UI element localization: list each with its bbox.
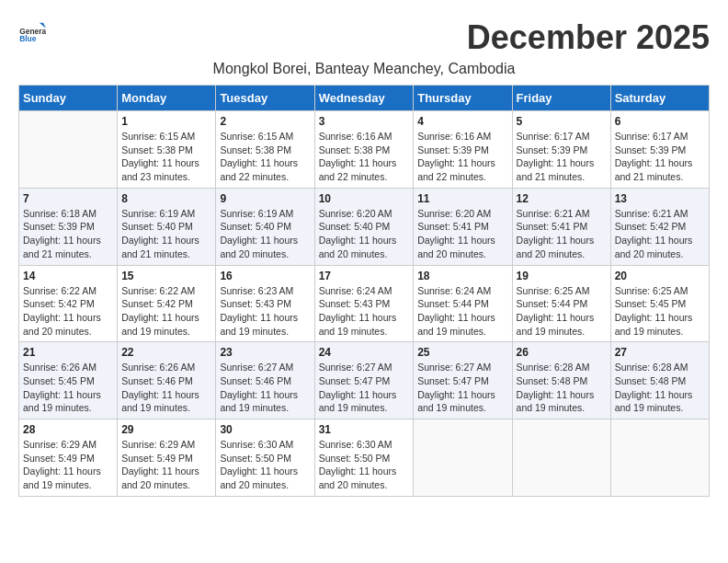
- day-info: Sunrise: 6:27 AMSunset: 5:46 PMDaylight:…: [220, 361, 310, 415]
- day-number: 13: [615, 192, 705, 205]
- day-number: 31: [319, 423, 410, 436]
- day-number: 28: [23, 423, 113, 436]
- day-number: 3: [319, 115, 410, 128]
- table-row: 5Sunrise: 6:17 AMSunset: 5:39 PMDaylight…: [512, 111, 610, 189]
- day-number: 21: [23, 346, 113, 359]
- day-number: 8: [121, 192, 211, 205]
- table-row: 7Sunrise: 6:18 AMSunset: 5:39 PMDaylight…: [19, 188, 118, 265]
- day-info: Sunrise: 6:30 AMSunset: 5:50 PMDaylight:…: [319, 438, 410, 492]
- day-number: 2: [220, 115, 310, 128]
- day-header-thursday: Thursday: [414, 86, 512, 111]
- table-row: 13Sunrise: 6:21 AMSunset: 5:42 PMDayligh…: [610, 188, 709, 265]
- day-info: Sunrise: 6:24 AMSunset: 5:43 PMDaylight:…: [319, 284, 410, 339]
- day-number: 9: [220, 192, 310, 205]
- day-info: Sunrise: 6:29 AMSunset: 5:49 PMDaylight:…: [121, 438, 211, 492]
- month-title: December 2025: [467, 18, 710, 57]
- day-info: Sunrise: 6:20 AMSunset: 5:40 PMDaylight:…: [319, 207, 410, 261]
- day-number: 27: [615, 346, 705, 359]
- day-number: 22: [121, 346, 211, 359]
- table-row: 11Sunrise: 6:20 AMSunset: 5:41 PMDayligh…: [414, 188, 512, 265]
- table-row: [610, 419, 709, 497]
- table-row: 29Sunrise: 6:29 AMSunset: 5:49 PMDayligh…: [118, 419, 216, 497]
- day-number: 18: [417, 270, 507, 282]
- day-header-saturday: Saturday: [610, 86, 709, 111]
- day-info: Sunrise: 6:15 AMSunset: 5:38 PMDaylight:…: [121, 130, 211, 184]
- day-info: Sunrise: 6:15 AMSunset: 5:38 PMDaylight:…: [220, 130, 310, 184]
- day-number: 17: [319, 270, 410, 282]
- day-number: 10: [319, 192, 410, 205]
- day-number: 15: [121, 270, 211, 282]
- table-row: 21Sunrise: 6:26 AMSunset: 5:45 PMDayligh…: [19, 342, 118, 419]
- table-row: 20Sunrise: 6:25 AMSunset: 5:45 PMDayligh…: [610, 265, 709, 342]
- table-row: 31Sunrise: 6:30 AMSunset: 5:50 PMDayligh…: [314, 419, 414, 497]
- table-row: [512, 419, 610, 497]
- day-info: Sunrise: 6:18 AMSunset: 5:39 PMDaylight:…: [23, 207, 113, 261]
- table-row: 17Sunrise: 6:24 AMSunset: 5:43 PMDayligh…: [314, 265, 414, 342]
- day-info: Sunrise: 6:16 AMSunset: 5:38 PMDaylight:…: [319, 130, 410, 184]
- day-header-tuesday: Tuesday: [216, 86, 314, 111]
- day-number: 29: [121, 423, 211, 436]
- table-row: 28Sunrise: 6:29 AMSunset: 5:49 PMDayligh…: [19, 419, 118, 497]
- table-row: 3Sunrise: 6:16 AMSunset: 5:38 PMDaylight…: [314, 111, 414, 189]
- table-row: 23Sunrise: 6:27 AMSunset: 5:46 PMDayligh…: [216, 342, 314, 419]
- day-number: 23: [220, 346, 310, 359]
- day-info: Sunrise: 6:20 AMSunset: 5:41 PMDaylight:…: [417, 207, 507, 261]
- day-number: 7: [23, 192, 113, 205]
- day-number: 30: [220, 423, 310, 436]
- day-header-sunday: Sunday: [19, 86, 118, 111]
- table-row: 2Sunrise: 6:15 AMSunset: 5:38 PMDaylight…: [216, 111, 314, 189]
- day-info: Sunrise: 6:28 AMSunset: 5:48 PMDaylight:…: [615, 361, 705, 415]
- table-row: 4Sunrise: 6:16 AMSunset: 5:39 PMDaylight…: [414, 111, 512, 189]
- day-info: Sunrise: 6:21 AMSunset: 5:42 PMDaylight:…: [615, 207, 705, 261]
- table-row: 30Sunrise: 6:30 AMSunset: 5:50 PMDayligh…: [216, 419, 314, 497]
- day-info: Sunrise: 6:22 AMSunset: 5:42 PMDaylight:…: [121, 284, 211, 339]
- day-number: 26: [517, 346, 607, 359]
- day-info: Sunrise: 6:29 AMSunset: 5:49 PMDaylight:…: [23, 438, 113, 492]
- day-info: Sunrise: 6:22 AMSunset: 5:42 PMDaylight:…: [23, 284, 113, 339]
- table-row: 27Sunrise: 6:28 AMSunset: 5:48 PMDayligh…: [610, 342, 709, 419]
- logo-icon: General Blue: [18, 18, 46, 46]
- table-row: 9Sunrise: 6:19 AMSunset: 5:40 PMDaylight…: [216, 188, 314, 265]
- day-number: 1: [121, 115, 211, 128]
- day-number: 25: [417, 346, 507, 359]
- table-row: 26Sunrise: 6:28 AMSunset: 5:48 PMDayligh…: [512, 342, 610, 419]
- svg-text:Blue: Blue: [19, 34, 37, 43]
- day-number: 24: [319, 346, 410, 359]
- table-row: [19, 111, 118, 189]
- day-number: 11: [417, 192, 507, 205]
- day-info: Sunrise: 6:19 AMSunset: 5:40 PMDaylight:…: [121, 207, 211, 261]
- table-row: 16Sunrise: 6:23 AMSunset: 5:43 PMDayligh…: [216, 265, 314, 342]
- table-row: 25Sunrise: 6:27 AMSunset: 5:47 PMDayligh…: [414, 342, 512, 419]
- logo: General Blue: [18, 18, 46, 46]
- table-row: 24Sunrise: 6:27 AMSunset: 5:47 PMDayligh…: [314, 342, 414, 419]
- table-row: 18Sunrise: 6:24 AMSunset: 5:44 PMDayligh…: [414, 265, 512, 342]
- day-number: 16: [220, 270, 310, 282]
- day-info: Sunrise: 6:17 AMSunset: 5:39 PMDaylight:…: [615, 130, 705, 184]
- day-header-friday: Friday: [512, 86, 610, 111]
- day-number: 20: [615, 270, 705, 282]
- table-row: 19Sunrise: 6:25 AMSunset: 5:44 PMDayligh…: [512, 265, 610, 342]
- calendar: SundayMondayTuesdayWednesdayThursdayFrid…: [18, 85, 710, 497]
- day-info: Sunrise: 6:17 AMSunset: 5:39 PMDaylight:…: [517, 130, 607, 184]
- header: General Blue December 2025: [18, 18, 710, 57]
- day-number: 12: [517, 192, 607, 205]
- day-info: Sunrise: 6:28 AMSunset: 5:48 PMDaylight:…: [517, 361, 607, 415]
- table-row: 12Sunrise: 6:21 AMSunset: 5:41 PMDayligh…: [512, 188, 610, 265]
- day-info: Sunrise: 6:26 AMSunset: 5:45 PMDaylight:…: [23, 361, 113, 415]
- table-row: 6Sunrise: 6:17 AMSunset: 5:39 PMDaylight…: [610, 111, 709, 189]
- table-row: 1Sunrise: 6:15 AMSunset: 5:38 PMDaylight…: [118, 111, 216, 189]
- day-header-wednesday: Wednesday: [314, 86, 414, 111]
- day-header-monday: Monday: [118, 86, 216, 111]
- day-number: 5: [517, 115, 607, 128]
- day-number: 19: [517, 270, 607, 282]
- table-row: [414, 419, 512, 497]
- table-row: 10Sunrise: 6:20 AMSunset: 5:40 PMDayligh…: [314, 188, 414, 265]
- day-info: Sunrise: 6:26 AMSunset: 5:46 PMDaylight:…: [121, 361, 211, 415]
- day-info: Sunrise: 6:25 AMSunset: 5:45 PMDaylight:…: [615, 284, 705, 339]
- day-info: Sunrise: 6:27 AMSunset: 5:47 PMDaylight:…: [319, 361, 410, 415]
- day-info: Sunrise: 6:24 AMSunset: 5:44 PMDaylight:…: [417, 284, 507, 339]
- table-row: 15Sunrise: 6:22 AMSunset: 5:42 PMDayligh…: [118, 265, 216, 342]
- subtitle: Mongkol Borei, Banteay Meanchey, Cambodi…: [18, 61, 710, 77]
- day-info: Sunrise: 6:30 AMSunset: 5:50 PMDaylight:…: [220, 438, 310, 492]
- day-info: Sunrise: 6:23 AMSunset: 5:43 PMDaylight:…: [220, 284, 310, 339]
